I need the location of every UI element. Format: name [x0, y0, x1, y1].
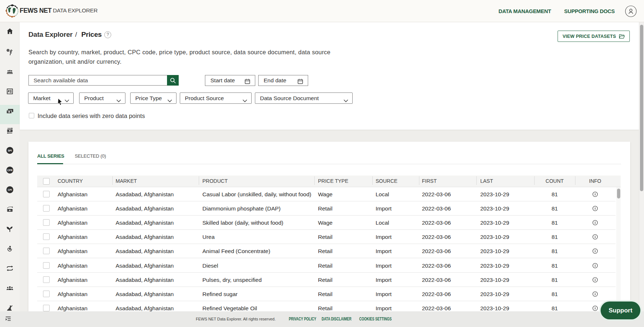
svg-text:SPI: SPI [8, 149, 12, 152]
svg-text:CPI: CPI [8, 189, 12, 191]
svg-text:CPR: CPR [7, 169, 12, 172]
